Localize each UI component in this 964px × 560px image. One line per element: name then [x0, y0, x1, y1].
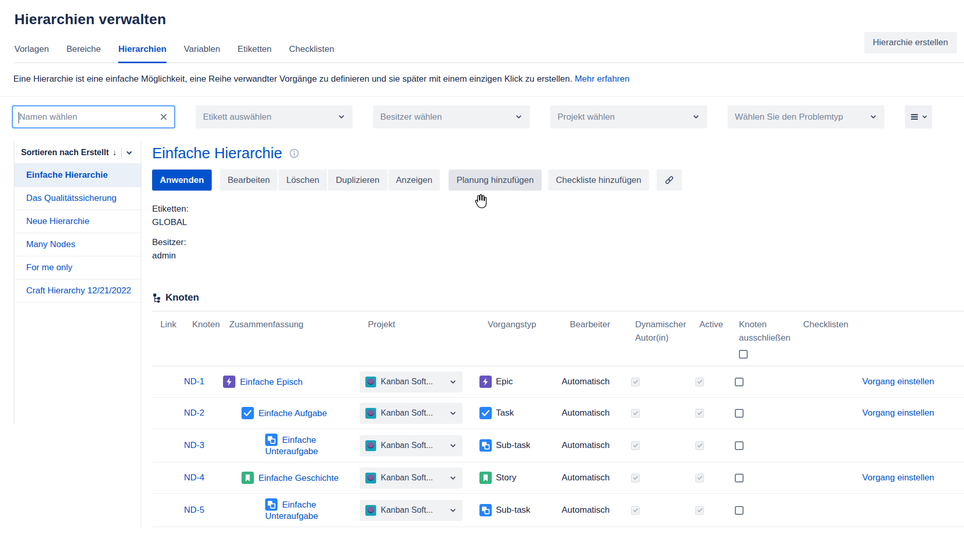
- chevron-down-icon: [515, 113, 523, 121]
- sidebar-item-5[interactable]: Craft Hierarchy 12/21/2022: [14, 279, 141, 303]
- project-avatar: [365, 505, 376, 516]
- hierarchy-title: Einfache Hierarchie: [152, 145, 282, 162]
- chevron-down-icon: [449, 378, 457, 386]
- apply-button[interactable]: Anwenden: [152, 170, 212, 191]
- active-cell: [691, 441, 731, 450]
- tab-3[interactable]: Variablen: [184, 44, 220, 62]
- add-checklist-button[interactable]: Checkliste hinzufügen: [548, 170, 649, 191]
- set-issue-link[interactable]: Vorgang einstellen: [862, 377, 934, 386]
- sort-control[interactable]: Sortieren nach Erstellt ↓: [14, 141, 141, 164]
- group-action-button-3[interactable]: Anzeigen: [388, 170, 440, 191]
- node-key-cell: ND-2: [184, 408, 221, 418]
- hamburger-icon: [910, 112, 919, 122]
- project-cell: Kanban Soft...: [360, 435, 479, 456]
- issue-type-icon: [479, 504, 492, 516]
- node-key-link[interactable]: ND-1: [184, 377, 205, 386]
- sort-direction-arrow-icon[interactable]: ↓: [113, 148, 117, 157]
- labels-heading: Etiketten:: [152, 202, 964, 216]
- chevron-down-icon[interactable]: [125, 149, 133, 157]
- node-key-cell: ND-1: [184, 377, 221, 387]
- filter-select-placeholder: Besitzer wählen: [380, 112, 442, 122]
- exclude-node-checkbox[interactable]: [735, 506, 744, 515]
- project-select-value: Kanban Soft...: [381, 506, 446, 515]
- issue-type-label: Sub-task: [496, 505, 530, 515]
- tab-0[interactable]: Vorlagen: [14, 44, 49, 62]
- node-summary-link[interactable]: Einfache Aufgabe: [258, 408, 327, 418]
- active-checkbox: [695, 474, 704, 482]
- issue-type-icon: [265, 434, 277, 446]
- create-hierarchy-button[interactable]: Hierarchie erstellen: [864, 32, 957, 53]
- issue-type-label: Task: [496, 408, 514, 418]
- learn-more-link[interactable]: Mehr erfahren: [574, 74, 629, 84]
- node-key-link[interactable]: ND-2: [184, 408, 205, 418]
- exclude-node-checkbox[interactable]: [735, 409, 744, 418]
- filter-select-0[interactable]: Etikett auswählen: [196, 105, 353, 128]
- copy-link-button[interactable]: [657, 170, 682, 191]
- exclude-node-checkbox[interactable]: [735, 474, 744, 482]
- group-action-button-1[interactable]: Löschen: [279, 170, 327, 191]
- nodes-section-title: Knoten: [165, 292, 199, 303]
- node-row-3: ND-4 Einfache Geschichte Kanban Soft...: [152, 462, 964, 494]
- intro-text: Eine Hierarchie ist eine einfache Möglic…: [0, 63, 964, 97]
- tab-2[interactable]: Hierarchien: [118, 44, 166, 62]
- group-action-button-0[interactable]: Bearbeiten: [220, 170, 277, 191]
- column-header-link: Link: [160, 318, 192, 359]
- project-select[interactable]: Kanban Soft...: [360, 371, 462, 393]
- filter-select-2[interactable]: Projekt wählen: [550, 105, 707, 128]
- node-summary-link[interactable]: Einfache Geschichte: [258, 473, 339, 483]
- column-header-exclude: Knoten ausschließen: [739, 320, 790, 343]
- group-action-button-2[interactable]: Duplizieren: [328, 170, 387, 191]
- sidebar-item-1[interactable]: Das Qualitätssicherung: [14, 187, 141, 210]
- exclude-cell: [731, 506, 795, 515]
- divider: [121, 148, 122, 157]
- project-avatar: [365, 408, 376, 419]
- page-header: Hierarchien verwalten Hierarchie erstell…: [0, 0, 964, 63]
- summary-cell: Einfache Unteraufgabe: [221, 498, 360, 522]
- tab-4[interactable]: Etiketten: [237, 44, 271, 62]
- link-icon: [664, 175, 675, 185]
- node-row-1: ND-2 Einfache Aufgabe Kanban Soft...: [152, 398, 964, 429]
- tab-5[interactable]: Checklisten: [289, 44, 335, 62]
- set-issue-link[interactable]: Vorgang einstellen: [862, 473, 934, 482]
- project-select-value: Kanban Soft...: [381, 377, 446, 386]
- tab-1[interactable]: Bereiche: [66, 44, 101, 62]
- add-plan-button[interactable]: Planung hinzufügen: [449, 170, 541, 191]
- sidebar-item-3[interactable]: Many Nodes: [14, 233, 141, 256]
- clear-icon[interactable]: [159, 113, 168, 121]
- filter-select-3[interactable]: Wählen Sie den Problemtyp: [728, 105, 884, 128]
- project-cell: Kanban Soft...: [360, 500, 479, 521]
- project-select-value: Kanban Soft...: [381, 408, 446, 418]
- active-cell: [691, 506, 731, 515]
- list-options-menu-button[interactable]: [905, 105, 932, 128]
- project-select[interactable]: Kanban Soft...: [360, 500, 462, 521]
- node-key-link[interactable]: ND-3: [184, 440, 205, 450]
- node-key-link[interactable]: ND-4: [184, 473, 205, 482]
- issue-type-icon: [223, 376, 235, 388]
- node-key-link[interactable]: ND-5: [184, 505, 205, 515]
- exclude-cell: [731, 441, 795, 450]
- filter-select-1[interactable]: Besitzer wählen: [373, 105, 530, 128]
- exclude-node-checkbox[interactable]: [735, 441, 744, 450]
- project-avatar: [365, 440, 376, 451]
- issue-type-cell: Story: [479, 472, 562, 484]
- exclude-node-checkbox[interactable]: [735, 378, 744, 386]
- exclude-all-checkbox[interactable]: [739, 350, 748, 359]
- node-summary-link[interactable]: Einfache Episch: [240, 377, 303, 387]
- sidebar-item-2[interactable]: Neue Hierarchie: [14, 210, 141, 233]
- project-select[interactable]: Kanban Soft...: [360, 435, 462, 456]
- project-select[interactable]: Kanban Soft...: [360, 403, 462, 424]
- active-checkbox: [695, 378, 704, 386]
- active-cell: [691, 409, 731, 418]
- sidebar-item-4[interactable]: For me only: [14, 256, 141, 279]
- sidebar-item-0[interactable]: Einfache Hierarchie: [14, 164, 141, 187]
- set-issue-link[interactable]: Vorgang einstellen: [862, 408, 934, 418]
- issue-type-label: Sub-task: [496, 440, 530, 451]
- hierarchy-detail-panel: Einfache Hierarchie Anwenden Bearbeiten …: [141, 141, 964, 528]
- name-filter-input[interactable]: [19, 112, 159, 122]
- project-select[interactable]: Kanban Soft...: [360, 468, 462, 489]
- column-header-active: Active: [699, 318, 739, 359]
- assignee-cell: Automatisch: [562, 440, 627, 451]
- info-icon[interactable]: [289, 148, 300, 159]
- node-key-cell: ND-3: [184, 440, 221, 451]
- dynamic-author-cell: [627, 409, 691, 418]
